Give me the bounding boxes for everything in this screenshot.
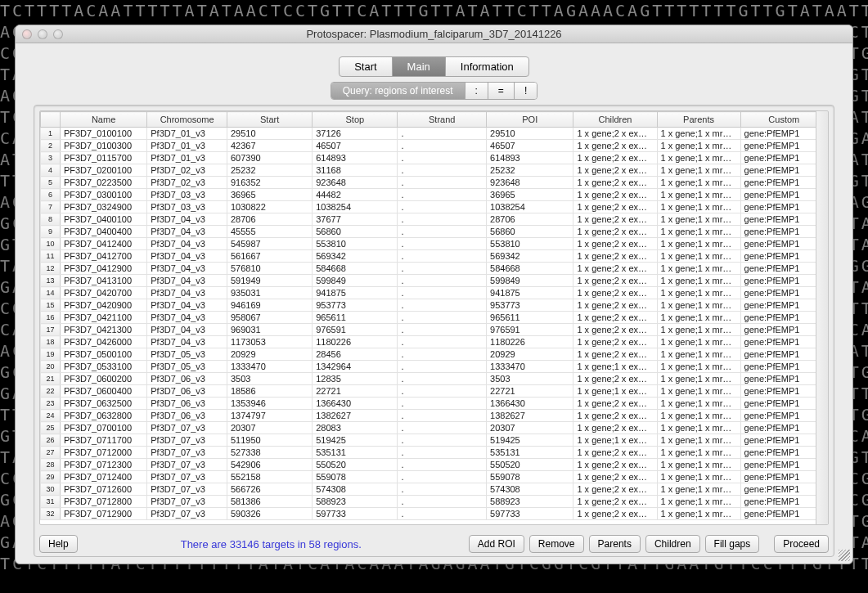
cell-children[interactable]: 1 x gene;2 x ex… (573, 471, 657, 483)
cell-custom[interactable]: gene:PfEMP1 (740, 496, 827, 508)
cell-stop[interactable]: 12835 (313, 373, 398, 385)
cell-chromosome[interactable]: Pf3D7_06_v3 (147, 410, 227, 422)
cell-strand[interactable]: . (398, 164, 487, 177)
cell-stop[interactable]: 519425 (313, 434, 398, 447)
cell-name[interactable]: PF3D7_0632500 (60, 398, 146, 410)
cell-poi[interactable]: 574308 (487, 483, 573, 496)
table-row[interactable]: 4PF3D7_0200100Pf3D7_02_v32523231168.2523… (41, 164, 828, 177)
cell-strand[interactable]: . (398, 422, 487, 434)
cell-name[interactable]: PF3D7_0712300 (60, 459, 146, 471)
cell-stop[interactable]: 56860 (313, 226, 398, 238)
cell-name[interactable]: PF3D7_0600400 (60, 385, 146, 398)
cell-stop[interactable]: 574308 (313, 483, 398, 496)
cell-custom[interactable]: gene:PfEMP1 (740, 275, 827, 287)
cell-start[interactable]: 1173053 (227, 336, 313, 348)
cell-poi[interactable]: 597733 (487, 508, 573, 520)
cell-name[interactable]: PF3D7_0712000 (60, 447, 146, 459)
cell-poi[interactable]: 559078 (487, 471, 573, 483)
cell-chromosome[interactable]: Pf3D7_04_v3 (147, 238, 227, 250)
cell-parents[interactable]: 1 x gene;1 x mr… (657, 238, 740, 250)
cell-children[interactable]: 1 x gene;2 x ex… (573, 299, 657, 312)
cell-poi[interactable]: 965611 (487, 312, 573, 324)
cell-chromosome[interactable]: Pf3D7_01_v3 (147, 152, 227, 164)
cell-name[interactable]: PF3D7_0420700 (60, 287, 146, 299)
cell-custom[interactable]: gene:PfEMP1 (740, 422, 827, 434)
cell-name[interactable]: PF3D7_0200100 (60, 164, 146, 177)
cell-start[interactable]: 969031 (227, 324, 313, 336)
cell-custom[interactable]: gene:PfEMP1 (740, 287, 827, 299)
cell-poi[interactable]: 599849 (487, 275, 573, 287)
cell-custom[interactable]: gene:PfEMP1 (740, 164, 827, 177)
cell-start[interactable]: 607390 (227, 152, 313, 164)
cell-chromosome[interactable]: Pf3D7_03_v3 (147, 189, 227, 201)
cell-stop[interactable]: 941875 (313, 287, 398, 299)
cell-poi[interactable]: 1382627 (487, 410, 573, 422)
cell-children[interactable]: 1 x gene;2 x ex… (573, 324, 657, 336)
cell-strand[interactable]: . (398, 287, 487, 299)
cell-chromosome[interactable]: Pf3D7_04_v3 (147, 213, 227, 226)
cell-poi[interactable]: 22721 (487, 385, 573, 398)
cell-children[interactable]: 1 x gene;2 x ex… (573, 508, 657, 520)
cell-custom[interactable]: gene:PfEMP1 (740, 434, 827, 447)
cell-parents[interactable]: 1 x gene;1 x mr… (657, 336, 740, 348)
table-row[interactable]: 8PF3D7_0400100Pf3D7_04_v32870637677.2870… (41, 213, 828, 226)
cell-parents[interactable]: 1 x gene;1 x mr… (657, 361, 740, 373)
cell-custom[interactable]: gene:PfEMP1 (740, 238, 827, 250)
cell-stop[interactable]: 1366430 (313, 398, 398, 410)
cell-poi[interactable]: 953773 (487, 299, 573, 312)
table-row[interactable]: 19PF3D7_0500100Pf3D7_05_v32092928456.209… (41, 348, 828, 361)
cell-poi[interactable]: 584668 (487, 263, 573, 275)
cell-name[interactable]: PF3D7_0421300 (60, 324, 146, 336)
cell-parents[interactable]: 1 x gene;1 x mr… (657, 275, 740, 287)
cell-children[interactable]: 1 x gene;2 x ex… (573, 410, 657, 422)
cell-strand[interactable]: . (398, 385, 487, 398)
parents-button[interactable]: Parents (589, 535, 641, 553)
cell-strand[interactable]: . (398, 496, 487, 508)
cell-stop[interactable]: 28456 (313, 348, 398, 361)
cell-stop[interactable]: 584668 (313, 263, 398, 275)
cell-children[interactable]: 1 x gene;2 x ex… (573, 422, 657, 434)
cell-parents[interactable]: 1 x gene;1 x mr… (657, 189, 740, 201)
cell-chromosome[interactable]: Pf3D7_03_v3 (147, 201, 227, 213)
cell-chromosome[interactable]: Pf3D7_05_v3 (147, 348, 227, 361)
cell-name[interactable]: PF3D7_0412400 (60, 238, 146, 250)
cell-children[interactable]: 1 x gene;2 x ex… (573, 275, 657, 287)
cell-poi[interactable]: 28706 (487, 213, 573, 226)
cell-chromosome[interactable]: Pf3D7_04_v3 (147, 250, 227, 263)
cell-custom[interactable]: gene:PfEMP1 (740, 459, 827, 471)
cell-stop[interactable]: 569342 (313, 250, 398, 263)
cell-custom[interactable]: gene:PfEMP1 (740, 324, 827, 336)
cell-chromosome[interactable]: Pf3D7_07_v3 (147, 422, 227, 434)
cell-start[interactable]: 552158 (227, 471, 313, 483)
cell-children[interactable]: 1 x gene;2 x ex… (573, 447, 657, 459)
cell-name[interactable]: PF3D7_0500100 (60, 348, 146, 361)
cell-strand[interactable]: . (398, 336, 487, 348)
cell-chromosome[interactable]: Pf3D7_05_v3 (147, 361, 227, 373)
cell-children[interactable]: 1 x gene;1 x ex… (573, 385, 657, 398)
cell-poi[interactable]: 20307 (487, 422, 573, 434)
cell-custom[interactable]: gene:PfEMP1 (740, 471, 827, 483)
cell-stop[interactable]: 953773 (313, 299, 398, 312)
cell-start[interactable]: 20929 (227, 348, 313, 361)
cell-children[interactable]: 1 x gene;2 x ex… (573, 250, 657, 263)
cell-children[interactable]: 1 x gene;2 x ex… (573, 140, 657, 152)
cell-strand[interactable]: . (398, 312, 487, 324)
cell-stop[interactable]: 535131 (313, 447, 398, 459)
cell-name[interactable]: PF3D7_0223500 (60, 177, 146, 189)
cell-stop[interactable]: 597733 (313, 508, 398, 520)
cell-children[interactable]: 1 x gene;2 x ex… (573, 201, 657, 213)
column-header-parents[interactable]: Parents (657, 112, 740, 128)
cell-start[interactable]: 1030822 (227, 201, 313, 213)
cell-parents[interactable]: 1 x gene;1 x mr… (657, 152, 740, 164)
cell-name[interactable]: PF3D7_0412900 (60, 263, 146, 275)
cell-chromosome[interactable]: Pf3D7_07_v3 (147, 483, 227, 496)
cell-name[interactable]: PF3D7_0420900 (60, 299, 146, 312)
table-row[interactable]: 22PF3D7_0600400Pf3D7_06_v31858622721.227… (41, 385, 828, 398)
cell-start[interactable]: 958067 (227, 312, 313, 324)
cell-poi[interactable]: 553810 (487, 238, 573, 250)
cell-stop[interactable]: 965611 (313, 312, 398, 324)
table-row[interactable]: 7PF3D7_0324900Pf3D7_03_v310308221038254.… (41, 201, 828, 213)
cell-parents[interactable]: 1 x gene;1 x mr… (657, 496, 740, 508)
cell-children[interactable]: 1 x gene;2 x ex… (573, 189, 657, 201)
table-row[interactable]: 23PF3D7_0632500Pf3D7_06_v313539461366430… (41, 398, 828, 410)
